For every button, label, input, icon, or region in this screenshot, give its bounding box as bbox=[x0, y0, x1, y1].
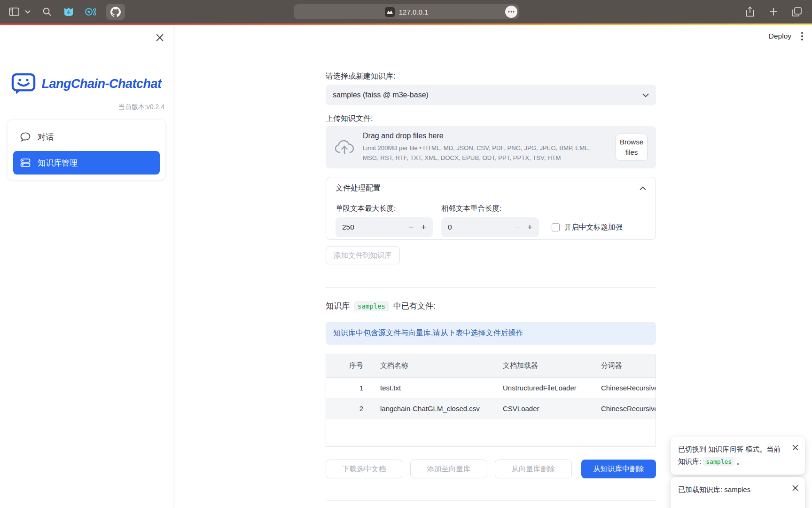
sidebar-close-icon[interactable] bbox=[154, 32, 165, 43]
toast-kb-loaded: 已加载知识库: samples bbox=[671, 477, 805, 508]
col-splitter: 分词器 bbox=[593, 361, 656, 370]
chunk-size-label: 单段文本最大长度: bbox=[336, 204, 441, 214]
dropzone-title: Drag and drop files here bbox=[363, 132, 608, 140]
kb-select[interactable]: samples (faiss @ m3e-base) bbox=[326, 85, 656, 105]
toast-mode-switched: 已切换到 知识库问答 模式。当前知识库: samples 。 bbox=[671, 437, 805, 475]
overlap-value: 0 bbox=[448, 223, 452, 231]
table-row[interactable]: 2 langchain-ChatGLM_closed.csv CSVLoader… bbox=[326, 398, 656, 419]
new-tab-icon[interactable] bbox=[768, 6, 779, 17]
delete-from-kb-button[interactable]: 从知识库中删除 bbox=[581, 460, 656, 478]
share-icon[interactable] bbox=[744, 6, 756, 17]
app-version: 当前版本:v0.2.4 bbox=[118, 103, 164, 111]
chevron-down-icon[interactable] bbox=[24, 6, 31, 17]
files-table: 序号 文档名称 文档加载器 分词器 1 test.txt Unstructure… bbox=[326, 354, 656, 447]
main-menu-icon[interactable] bbox=[801, 32, 804, 41]
chunk-size-input[interactable]: 250 − + bbox=[336, 217, 433, 237]
overlap-label: 相邻文本重合长度: bbox=[441, 204, 501, 214]
info-banner: 知识库中包含源文件与向量库,请从下表中选择文件后操作 bbox=[326, 322, 656, 345]
sidebar-item-chat[interactable]: 对话 bbox=[13, 125, 160, 149]
app-logo: LangChain-Chatchat bbox=[0, 73, 173, 95]
expander-header[interactable]: 文件处理配置 bbox=[336, 177, 646, 199]
bookmark-extension-icon[interactable] bbox=[63, 6, 74, 17]
url-text: 127.0.0.1 bbox=[399, 8, 429, 16]
tab-overview-icon[interactable] bbox=[791, 6, 803, 17]
database-stack-icon bbox=[20, 158, 31, 167]
overlap-increment-button[interactable]: + bbox=[523, 222, 536, 232]
toolbar-left-group bbox=[8, 0, 125, 24]
url-bar[interactable]: 127.0.0.1 bbox=[294, 4, 519, 19]
dropzone-text: Drag and drop files here Limit 200MB per… bbox=[363, 132, 608, 163]
deploy-button[interactable]: Deploy bbox=[769, 32, 791, 40]
zh-title-enhance-checkbox[interactable]: 开启中文标题加强 bbox=[552, 222, 623, 232]
overlap-decrement-button[interactable]: − bbox=[511, 222, 523, 232]
url-extensions-button[interactable] bbox=[505, 6, 517, 18]
kb-files-heading: 知识库 samples 中已有文件: bbox=[326, 301, 656, 311]
kb-select-value: samples (faiss @ m3e-base) bbox=[333, 91, 642, 99]
overlap-input[interactable]: 0 − + bbox=[441, 217, 539, 237]
chunk-size-decrement-button[interactable]: − bbox=[405, 222, 417, 232]
divider bbox=[326, 500, 656, 501]
table-header: 序号 文档名称 文档加载器 分词器 bbox=[326, 354, 656, 378]
col-loader: 文档加载器 bbox=[495, 361, 593, 370]
download-selected-button[interactable]: 下载选中文档 bbox=[326, 460, 402, 478]
col-docname: 文档名称 bbox=[373, 361, 495, 370]
table-actions: 下载选中文档 添加至向量库 从向量库删除 从知识库中删除 bbox=[326, 460, 656, 478]
file-dropzone[interactable]: Drag and drop files here Limit 200MB per… bbox=[326, 126, 656, 168]
sidebar-item-label: 知识库管理 bbox=[38, 158, 78, 168]
select-chevron-down-icon bbox=[642, 93, 649, 97]
checkbox-label: 开启中文标题加强 bbox=[564, 222, 623, 232]
logo-text: LangChain-Chatchat bbox=[41, 77, 161, 91]
toast-close-icon[interactable] bbox=[791, 484, 799, 492]
table-row[interactable]: 1 test.txt UnstructuredFileLoader Chines… bbox=[326, 378, 656, 398]
sidebar-toggle-icon[interactable] bbox=[8, 6, 20, 17]
add-files-to-kb-button[interactable]: 添加文件到知识库 bbox=[326, 246, 400, 264]
add-to-vectorstore-button[interactable]: 添加至向量库 bbox=[410, 460, 487, 478]
logo-chat-smiley-icon bbox=[11, 73, 36, 95]
chunk-size-value: 250 bbox=[342, 223, 354, 231]
rings-extension-icon[interactable] bbox=[85, 6, 96, 17]
config-labels-row: 单段文本最大长度: 相邻文本重合长度: bbox=[336, 204, 646, 214]
config-inputs-row: 250 − + 0 − + 开启中文标题加强 bbox=[336, 217, 646, 237]
content-column: 请选择或新建知识库: samples (faiss @ m3e-base) 上传… bbox=[326, 25, 656, 501]
sidebar-item-knowledge-base[interactable]: 知识库管理 bbox=[13, 151, 160, 175]
chunk-size-increment-button[interactable]: + bbox=[417, 222, 430, 232]
streamlit-header: Deploy bbox=[769, 32, 804, 41]
kb-name-code: samples bbox=[354, 301, 389, 311]
delete-from-vectorstore-button[interactable]: 从向量库删除 bbox=[495, 460, 572, 478]
screen: 127.0.0.1 bbox=[0, 0, 812, 508]
browser-toolbar: 127.0.0.1 bbox=[0, 0, 812, 24]
sidebar-menu: 对话 知识库管理 bbox=[8, 120, 165, 180]
github-icon[interactable] bbox=[106, 4, 125, 20]
file-config-expander: 文件处理配置 单段文本最大长度: 相邻文本重合长度: 250 − + bbox=[326, 177, 656, 240]
kb-select-label: 请选择或新建知识库: bbox=[326, 71, 656, 81]
upload-label: 上传知识文件: bbox=[326, 114, 656, 124]
toolbar-right-group bbox=[744, 0, 803, 24]
col-index: 序号 bbox=[326, 361, 373, 370]
browse-files-button[interactable]: Browse files bbox=[616, 134, 648, 161]
cloud-upload-icon bbox=[334, 139, 355, 156]
chat-bubble-icon bbox=[20, 132, 31, 142]
search-icon[interactable] bbox=[41, 6, 53, 17]
toast-kb-code: samples bbox=[703, 457, 734, 466]
chevron-up-icon bbox=[640, 186, 646, 190]
sidebar-item-label: 对话 bbox=[38, 132, 54, 143]
dropzone-limit: Limit 200MB per file • HTML, MD, JSON, C… bbox=[363, 143, 600, 163]
toast-close-icon[interactable] bbox=[791, 444, 799, 451]
divider bbox=[326, 287, 656, 288]
streamlit-favicon bbox=[385, 7, 395, 17]
expander-title: 文件处理配置 bbox=[336, 183, 381, 193]
main-area: Deploy 请选择或新建知识库: samples (faiss @ m3e-b… bbox=[173, 25, 812, 508]
sidebar: LangChain-Chatchat 当前版本:v0.2.4 对话 bbox=[0, 25, 173, 508]
checkbox-box[interactable] bbox=[552, 223, 560, 231]
